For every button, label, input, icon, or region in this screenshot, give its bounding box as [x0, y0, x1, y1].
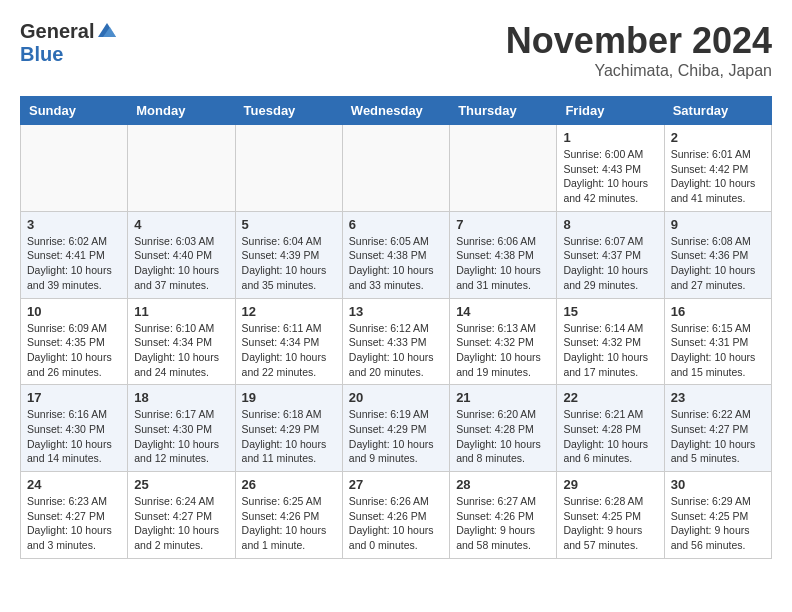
day-info: Sunrise: 6:12 AMSunset: 4:33 PMDaylight:…	[349, 321, 443, 380]
day-number: 30	[671, 477, 765, 492]
day-info: Sunrise: 6:13 AMSunset: 4:32 PMDaylight:…	[456, 321, 550, 380]
day-number: 28	[456, 477, 550, 492]
logo-general-text: General	[20, 20, 94, 43]
calendar-table: SundayMondayTuesdayWednesdayThursdayFrid…	[20, 96, 772, 559]
day-info: Sunrise: 6:14 AMSunset: 4:32 PMDaylight:…	[563, 321, 657, 380]
calendar-header-wednesday: Wednesday	[342, 97, 449, 125]
calendar-week-5: 24Sunrise: 6:23 AMSunset: 4:27 PMDayligh…	[21, 472, 772, 559]
day-info: Sunrise: 6:00 AMSunset: 4:43 PMDaylight:…	[563, 147, 657, 206]
day-number: 26	[242, 477, 336, 492]
calendar-cell: 1Sunrise: 6:00 AMSunset: 4:43 PMDaylight…	[557, 125, 664, 212]
calendar-cell	[342, 125, 449, 212]
calendar-cell: 24Sunrise: 6:23 AMSunset: 4:27 PMDayligh…	[21, 472, 128, 559]
day-info: Sunrise: 6:26 AMSunset: 4:26 PMDaylight:…	[349, 494, 443, 553]
day-info: Sunrise: 6:17 AMSunset: 4:30 PMDaylight:…	[134, 407, 228, 466]
day-number: 25	[134, 477, 228, 492]
day-info: Sunrise: 6:23 AMSunset: 4:27 PMDaylight:…	[27, 494, 121, 553]
calendar-cell: 9Sunrise: 6:08 AMSunset: 4:36 PMDaylight…	[664, 211, 771, 298]
calendar-cell: 14Sunrise: 6:13 AMSunset: 4:32 PMDayligh…	[450, 298, 557, 385]
title-section: November 2024 Yachimata, Chiba, Japan	[506, 20, 772, 80]
day-number: 5	[242, 217, 336, 232]
calendar-week-1: 1Sunrise: 6:00 AMSunset: 4:43 PMDaylight…	[21, 125, 772, 212]
calendar-cell: 3Sunrise: 6:02 AMSunset: 4:41 PMDaylight…	[21, 211, 128, 298]
day-number: 19	[242, 390, 336, 405]
calendar-cell: 5Sunrise: 6:04 AMSunset: 4:39 PMDaylight…	[235, 211, 342, 298]
day-number: 21	[456, 390, 550, 405]
day-number: 15	[563, 304, 657, 319]
day-number: 23	[671, 390, 765, 405]
location: Yachimata, Chiba, Japan	[506, 62, 772, 80]
day-number: 24	[27, 477, 121, 492]
day-number: 14	[456, 304, 550, 319]
calendar-header-tuesday: Tuesday	[235, 97, 342, 125]
day-info: Sunrise: 6:22 AMSunset: 4:27 PMDaylight:…	[671, 407, 765, 466]
calendar-header-monday: Monday	[128, 97, 235, 125]
calendar-cell	[128, 125, 235, 212]
calendar-cell: 7Sunrise: 6:06 AMSunset: 4:38 PMDaylight…	[450, 211, 557, 298]
day-info: Sunrise: 6:09 AMSunset: 4:35 PMDaylight:…	[27, 321, 121, 380]
day-info: Sunrise: 6:07 AMSunset: 4:37 PMDaylight:…	[563, 234, 657, 293]
day-number: 13	[349, 304, 443, 319]
calendar-cell	[235, 125, 342, 212]
day-info: Sunrise: 6:18 AMSunset: 4:29 PMDaylight:…	[242, 407, 336, 466]
calendar-week-2: 3Sunrise: 6:02 AMSunset: 4:41 PMDaylight…	[21, 211, 772, 298]
day-info: Sunrise: 6:04 AMSunset: 4:39 PMDaylight:…	[242, 234, 336, 293]
calendar-cell: 17Sunrise: 6:16 AMSunset: 4:30 PMDayligh…	[21, 385, 128, 472]
day-number: 12	[242, 304, 336, 319]
day-number: 2	[671, 130, 765, 145]
calendar-cell: 29Sunrise: 6:28 AMSunset: 4:25 PMDayligh…	[557, 472, 664, 559]
day-number: 3	[27, 217, 121, 232]
calendar-cell: 27Sunrise: 6:26 AMSunset: 4:26 PMDayligh…	[342, 472, 449, 559]
day-number: 22	[563, 390, 657, 405]
day-number: 29	[563, 477, 657, 492]
day-number: 10	[27, 304, 121, 319]
day-info: Sunrise: 6:29 AMSunset: 4:25 PMDaylight:…	[671, 494, 765, 553]
calendar-header-row: SundayMondayTuesdayWednesdayThursdayFrid…	[21, 97, 772, 125]
calendar-cell: 18Sunrise: 6:17 AMSunset: 4:30 PMDayligh…	[128, 385, 235, 472]
calendar-cell: 19Sunrise: 6:18 AMSunset: 4:29 PMDayligh…	[235, 385, 342, 472]
logo-blue-text: Blue	[20, 43, 63, 66]
day-number: 7	[456, 217, 550, 232]
day-number: 9	[671, 217, 765, 232]
day-number: 20	[349, 390, 443, 405]
calendar-cell: 23Sunrise: 6:22 AMSunset: 4:27 PMDayligh…	[664, 385, 771, 472]
calendar-cell: 20Sunrise: 6:19 AMSunset: 4:29 PMDayligh…	[342, 385, 449, 472]
calendar-week-3: 10Sunrise: 6:09 AMSunset: 4:35 PMDayligh…	[21, 298, 772, 385]
calendar-header-sunday: Sunday	[21, 97, 128, 125]
calendar-cell: 15Sunrise: 6:14 AMSunset: 4:32 PMDayligh…	[557, 298, 664, 385]
day-info: Sunrise: 6:03 AMSunset: 4:40 PMDaylight:…	[134, 234, 228, 293]
logo: General Blue	[20, 20, 118, 66]
calendar-cell: 16Sunrise: 6:15 AMSunset: 4:31 PMDayligh…	[664, 298, 771, 385]
day-info: Sunrise: 6:08 AMSunset: 4:36 PMDaylight:…	[671, 234, 765, 293]
day-number: 1	[563, 130, 657, 145]
calendar-cell: 2Sunrise: 6:01 AMSunset: 4:42 PMDaylight…	[664, 125, 771, 212]
calendar-cell: 10Sunrise: 6:09 AMSunset: 4:35 PMDayligh…	[21, 298, 128, 385]
calendar-cell: 21Sunrise: 6:20 AMSunset: 4:28 PMDayligh…	[450, 385, 557, 472]
day-info: Sunrise: 6:11 AMSunset: 4:34 PMDaylight:…	[242, 321, 336, 380]
day-info: Sunrise: 6:05 AMSunset: 4:38 PMDaylight:…	[349, 234, 443, 293]
logo-icon	[96, 19, 118, 41]
day-info: Sunrise: 6:10 AMSunset: 4:34 PMDaylight:…	[134, 321, 228, 380]
calendar-cell: 30Sunrise: 6:29 AMSunset: 4:25 PMDayligh…	[664, 472, 771, 559]
day-number: 27	[349, 477, 443, 492]
calendar-cell: 8Sunrise: 6:07 AMSunset: 4:37 PMDaylight…	[557, 211, 664, 298]
calendar-header-saturday: Saturday	[664, 97, 771, 125]
day-info: Sunrise: 6:06 AMSunset: 4:38 PMDaylight:…	[456, 234, 550, 293]
calendar-cell	[450, 125, 557, 212]
calendar-cell: 11Sunrise: 6:10 AMSunset: 4:34 PMDayligh…	[128, 298, 235, 385]
day-info: Sunrise: 6:28 AMSunset: 4:25 PMDaylight:…	[563, 494, 657, 553]
day-number: 4	[134, 217, 228, 232]
day-info: Sunrise: 6:15 AMSunset: 4:31 PMDaylight:…	[671, 321, 765, 380]
calendar-header-friday: Friday	[557, 97, 664, 125]
day-info: Sunrise: 6:02 AMSunset: 4:41 PMDaylight:…	[27, 234, 121, 293]
day-number: 16	[671, 304, 765, 319]
page-header: General Blue November 2024 Yachimata, Ch…	[20, 20, 772, 80]
day-number: 6	[349, 217, 443, 232]
calendar-week-4: 17Sunrise: 6:16 AMSunset: 4:30 PMDayligh…	[21, 385, 772, 472]
day-number: 8	[563, 217, 657, 232]
calendar-cell	[21, 125, 128, 212]
day-info: Sunrise: 6:16 AMSunset: 4:30 PMDaylight:…	[27, 407, 121, 466]
calendar-cell: 12Sunrise: 6:11 AMSunset: 4:34 PMDayligh…	[235, 298, 342, 385]
calendar-cell: 25Sunrise: 6:24 AMSunset: 4:27 PMDayligh…	[128, 472, 235, 559]
day-info: Sunrise: 6:24 AMSunset: 4:27 PMDaylight:…	[134, 494, 228, 553]
